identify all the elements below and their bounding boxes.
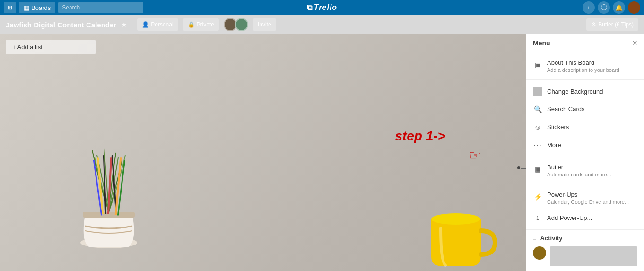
menu-item-search-cards[interactable]: 🔍 Search Cards bbox=[526, 100, 644, 118]
invite-button[interactable]: Invite bbox=[253, 18, 276, 31]
about-icon: ▣ bbox=[533, 60, 542, 70]
menu-item-change-background[interactable]: Change Background bbox=[526, 83, 644, 100]
board-title[interactable]: Jawfish Digital Content Calender bbox=[6, 21, 116, 29]
user-avatar[interactable] bbox=[628, 1, 640, 14]
trello-wordmark: Trello bbox=[314, 3, 337, 12]
board-main-area: + Add a list step 1-> ☞ Menu × ▣ About T… bbox=[0, 34, 644, 271]
menu-item-about[interactable]: ▣ About This Board Add a description to … bbox=[526, 55, 644, 77]
home-button[interactable]: ⊞ bbox=[4, 2, 16, 13]
butler-label: Butler (6 Tips) bbox=[598, 21, 634, 28]
separator bbox=[132, 20, 132, 29]
menu-item-add-powerup[interactable]: 1 Add Power-Up... bbox=[526, 209, 644, 227]
privacy-button[interactable]: 🔒 Private bbox=[183, 18, 219, 31]
visibility-button[interactable]: 👤 Personal bbox=[137, 18, 178, 31]
menu-item-butler[interactable]: ▣ Butler Automate cards and more... bbox=[526, 160, 644, 181]
activity-title: Activity bbox=[540, 235, 563, 242]
menu-item-power-ups[interactable]: ⚡ Power-Ups Calendar, Google Drive and m… bbox=[526, 187, 644, 209]
trello-logo: ⧉ Trello bbox=[307, 3, 337, 12]
activity-text-blurred-1: moved this week Mon 10 June, to still th… bbox=[550, 246, 637, 266]
menu-panel: Menu × ▣ About This Board Add a descript… bbox=[526, 34, 644, 271]
about-subtitle: Add a description to your board bbox=[547, 67, 637, 73]
butler-icon: ⚙ bbox=[591, 21, 596, 28]
home-icon: ⊞ bbox=[8, 4, 12, 11]
change-background-label: Change Background bbox=[547, 88, 603, 95]
top-navigation: ⊞ ▦ Boards ⧉ Trello + ⓘ 🔔 bbox=[0, 0, 644, 15]
butler-menu-icon: ▣ bbox=[533, 165, 542, 174]
more-label: More bbox=[547, 141, 561, 149]
privacy-label: Private bbox=[197, 21, 214, 28]
stickers-icon: ☺ bbox=[533, 122, 542, 132]
menu-header: Menu × bbox=[526, 34, 644, 52]
dot-separator bbox=[517, 166, 520, 169]
menu-section-butler: ▣ Butler Automate cards and more... bbox=[526, 157, 644, 184]
menu-close-button[interactable]: × bbox=[632, 39, 637, 47]
menu-section-about: ▣ About This Board Add a description to … bbox=[526, 52, 644, 80]
powerup-count: 1 bbox=[536, 215, 539, 221]
mug-decoration bbox=[417, 205, 502, 271]
menu-section-activity: ≡ Activity moved this week Mon 10 June, … bbox=[526, 230, 644, 271]
add-list-button[interactable]: + Add a list bbox=[6, 40, 96, 54]
activity-text-1: moved this week Mon 10 June, to still th… bbox=[550, 246, 637, 266]
about-title: About This Board bbox=[547, 59, 637, 66]
search-input[interactable] bbox=[58, 2, 143, 13]
activity-header: ≡ Activity bbox=[526, 230, 644, 244]
header-right: ⚙ Butler (6 Tips) bbox=[586, 18, 638, 31]
menu-section-background: Change Background 🔍 Search Cards ☺ Stick… bbox=[526, 80, 644, 157]
lock-icon: 🔒 bbox=[188, 21, 195, 28]
grid-icon: ▦ bbox=[24, 4, 29, 11]
activity-avatar-1 bbox=[533, 246, 546, 260]
cursor-pointer: ☞ bbox=[469, 148, 481, 163]
member-avatars bbox=[224, 18, 248, 31]
background-swatch bbox=[533, 87, 542, 96]
power-ups-subtitle: Calendar, Google Drive and more... bbox=[547, 199, 637, 205]
power-ups-content: Power-Ups Calendar, Google Drive and mor… bbox=[547, 191, 637, 205]
butler-content: Butler Automate cards and more... bbox=[547, 164, 637, 177]
butler-title: Butler bbox=[547, 164, 637, 171]
add-powerup-number: 1 bbox=[533, 213, 542, 223]
bell-button[interactable]: 🔔 bbox=[613, 1, 625, 14]
person-icon: 👤 bbox=[142, 21, 149, 28]
search-cards-label: Search Cards bbox=[547, 105, 584, 113]
boards-button[interactable]: ▦ Boards bbox=[19, 2, 55, 13]
search-cards-icon: 🔍 bbox=[533, 105, 542, 114]
about-content: About This Board Add a description to yo… bbox=[547, 59, 637, 73]
menu-item-more[interactable]: ··· More bbox=[526, 136, 644, 154]
butler-subtitle: Automate cards and more... bbox=[547, 172, 637, 177]
activity-icon: ≡ bbox=[533, 235, 537, 242]
add-button[interactable]: + bbox=[583, 1, 595, 14]
menu-section-powerups: ⚡ Power-Ups Calendar, Google Drive and m… bbox=[526, 184, 644, 230]
menu-item-stickers[interactable]: ☺ Stickers bbox=[526, 118, 644, 136]
butler-button[interactable]: ⚙ Butler (6 Tips) bbox=[586, 18, 638, 31]
power-ups-icon: ⚡ bbox=[533, 192, 542, 201]
trello-icon: ⧉ bbox=[307, 3, 312, 12]
menu-title: Menu bbox=[533, 39, 550, 47]
step-annotation-text: step 1-> bbox=[395, 129, 445, 143]
step-annotation: step 1-> bbox=[395, 129, 445, 144]
board-header: Jawfish Digital Content Calender ★ 👤 Per… bbox=[0, 15, 644, 34]
star-button[interactable]: ★ bbox=[121, 21, 127, 28]
add-powerup-label: Add Power-Up... bbox=[547, 214, 592, 221]
visibility-label: Personal bbox=[151, 21, 173, 28]
info-button[interactable]: ⓘ bbox=[598, 1, 610, 14]
nav-right-controls: + ⓘ 🔔 bbox=[583, 1, 640, 14]
boards-label: Boards bbox=[31, 4, 51, 11]
plant-decoration bbox=[38, 63, 180, 271]
stickers-label: Stickers bbox=[547, 123, 569, 131]
member-avatar-2[interactable] bbox=[235, 18, 248, 31]
power-ups-title: Power-Ups bbox=[547, 191, 637, 198]
more-icon: ··· bbox=[533, 140, 542, 150]
activity-item-1: moved this week Mon 10 June, to still th… bbox=[526, 244, 644, 269]
activity-item-2: changed the background to 20 colors 2 ho… bbox=[526, 269, 644, 271]
svg-point-9 bbox=[431, 213, 480, 225]
